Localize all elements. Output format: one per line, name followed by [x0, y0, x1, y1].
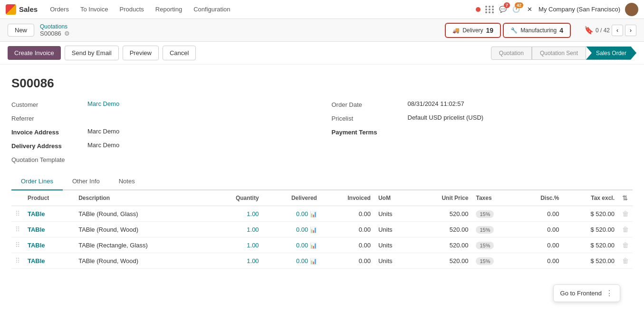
table-row: ⠿ TABle TABle (Round, Wood) 1.00 0.00 📊 … [11, 222, 633, 237]
delete-row-icon[interactable]: 🗑 [622, 210, 629, 217]
description-cell: TABle (Round, Wood) [75, 222, 209, 237]
order-title: S00086 [11, 76, 633, 91]
drag-handle[interactable]: ⠿ [15, 210, 20, 217]
delete-row-icon[interactable]: 🗑 [622, 241, 629, 249]
payment-terms-label: Payment Terms [332, 128, 408, 136]
product-link[interactable]: TABle [28, 242, 45, 249]
uom-value: Units [375, 237, 413, 253]
delivered-value[interactable]: 0.00 [296, 242, 308, 249]
topnav-right: 💬 7 🕐 42 ✕ My Company (San Francisco) [476, 3, 638, 16]
menu-to-invoice[interactable]: To Invoice [76, 4, 113, 15]
company-name[interactable]: My Company (San Francisco) [538, 6, 620, 13]
invoice-address-value[interactable]: Marc Demo [87, 128, 119, 135]
status-sales-order[interactable]: Sales Order [586, 47, 636, 60]
invoiced-value: 0.00 [359, 257, 371, 264]
breadcrumb-current: S00086 ⚙ [40, 30, 70, 37]
delivery-address-label: Delivery Address [11, 142, 87, 150]
create-invoice-button[interactable]: Create Invoice [8, 46, 61, 60]
pricelist-value[interactable]: Default USD pricelist (USD) [408, 114, 484, 121]
menu-configuration[interactable]: Configuration [189, 4, 235, 15]
status-quotation-sent[interactable]: Quotation Sent [532, 47, 586, 60]
table-row: ⠿ TABle TABle (Round, Glass) 1.00 0.00 📊… [11, 206, 633, 222]
next-page-button[interactable]: › [625, 25, 636, 36]
customer-value[interactable]: Marc Demo [87, 100, 119, 107]
page-info: 0 / 42 [596, 27, 610, 34]
app-logo[interactable]: Sales [6, 4, 38, 15]
manufacturing-button[interactable]: 🔧 Manufacturing 4 [503, 23, 571, 38]
send-email-button[interactable]: Send by Email [65, 46, 119, 60]
tax-badge: 15% [476, 257, 494, 265]
delivery-truck-icon: 🚚 [452, 27, 460, 34]
tab-order-lines[interactable]: Order Lines [11, 173, 63, 190]
col-description: Description [75, 190, 209, 206]
drag-handle[interactable]: ⠿ [15, 257, 20, 264]
breadcrumb: Quotations S00086 ⚙ [40, 23, 70, 37]
breadcrumb-parent[interactable]: Quotations [40, 23, 70, 30]
pricelist-field: Pricelist Default USD pricelist (USD) [332, 114, 633, 122]
top-menu: Orders To Invoice Products Reporting Con… [45, 4, 235, 15]
menu-reporting[interactable]: Reporting [151, 4, 187, 15]
preview-button[interactable]: Preview [123, 46, 159, 60]
order-date-field: Order Date 08/31/2024 11:02:57 [332, 100, 633, 108]
delivered-value[interactable]: 0.00 [296, 257, 308, 264]
grid-icon[interactable] [485, 5, 494, 14]
chart-icon[interactable]: 📊 [310, 242, 317, 249]
chart-icon[interactable]: 📊 [310, 211, 317, 217]
settings-gear-icon[interactable]: ⚙ [64, 30, 70, 37]
chart-icon[interactable]: 📊 [310, 227, 317, 233]
settings-icon[interactable]: ✕ [525, 5, 534, 14]
delete-row-icon[interactable]: 🗑 [622, 257, 629, 264]
logo-icon [6, 4, 16, 15]
uom-value: Units [375, 253, 413, 269]
new-button[interactable]: New [8, 24, 34, 37]
user-avatar[interactable] [625, 3, 638, 16]
unit-price-value: 520.00 [413, 253, 472, 269]
prev-page-button[interactable]: ‹ [612, 25, 623, 36]
drag-handle[interactable]: ⠿ [15, 241, 20, 249]
col-disc: Disc.% [517, 190, 563, 206]
delivered-value[interactable]: 0.00 [296, 210, 308, 217]
product-link[interactable]: TABle [28, 210, 45, 217]
cancel-button[interactable]: Cancel [163, 46, 196, 60]
disc-value: 0.00 [517, 253, 563, 269]
delivery-address-value[interactable]: Marc Demo [87, 142, 119, 149]
tax-excl-value: $ 520.00 [563, 237, 618, 253]
order-lines-table: Product Description Quantity Delivered I… [11, 190, 633, 269]
col-taxes: Taxes [472, 190, 517, 206]
description-cell: TABle (Round, Glass) [75, 206, 209, 222]
col-unit-price: Unit Price [413, 190, 472, 206]
quantity-value[interactable]: 1.00 [247, 242, 259, 249]
pricelist-label: Pricelist [332, 114, 408, 122]
drag-handle[interactable]: ⠿ [15, 226, 20, 233]
description-cell: TABle (Rectangle, Glass) [75, 237, 209, 253]
bookmark-icon[interactable]: 🔖 [584, 26, 594, 35]
tab-notes[interactable]: Notes [109, 173, 144, 190]
product-link[interactable]: TABle [28, 257, 45, 264]
unit-price-value: 520.00 [413, 222, 472, 237]
status-quotation[interactable]: Quotation [491, 47, 532, 60]
quantity-value[interactable]: 1.00 [247, 210, 259, 217]
order-date-value[interactable]: 08/31/2024 11:02:57 [408, 100, 464, 107]
tab-other-info[interactable]: Other Info [63, 173, 109, 190]
status-pills: Quotation Quotation Sent Sales Order [491, 47, 636, 60]
manufacturing-label: Manufacturing [520, 27, 557, 34]
delete-row-icon[interactable]: 🗑 [622, 226, 629, 233]
delivery-button[interactable]: 🚚 Delivery 19 [445, 23, 501, 38]
form-left: Customer Marc Demo Referrer Invoice Addr… [11, 100, 313, 163]
menu-orders[interactable]: Orders [45, 4, 74, 15]
delivered-value[interactable]: 0.00 [296, 226, 308, 233]
order-form: Customer Marc Demo Referrer Invoice Addr… [11, 100, 633, 163]
tax-excl-value: $ 520.00 [563, 253, 618, 269]
invoice-address-field: Invoice Address Marc Demo [11, 128, 313, 136]
messages-icon[interactable]: 💬 7 [499, 5, 507, 14]
quantity-value[interactable]: 1.00 [247, 257, 259, 264]
quantity-value[interactable]: 1.00 [247, 226, 259, 233]
tax-badge: 15% [476, 242, 494, 249]
chart-icon[interactable]: 📊 [310, 258, 317, 264]
sort-icon[interactable]: ⇅ [622, 194, 628, 202]
col-drag [11, 190, 24, 206]
menu-products[interactable]: Products [115, 4, 148, 15]
activity-icon[interactable]: 🕐 42 [512, 5, 520, 14]
disc-value: 0.00 [517, 206, 563, 222]
product-link[interactable]: TABle [28, 226, 45, 233]
